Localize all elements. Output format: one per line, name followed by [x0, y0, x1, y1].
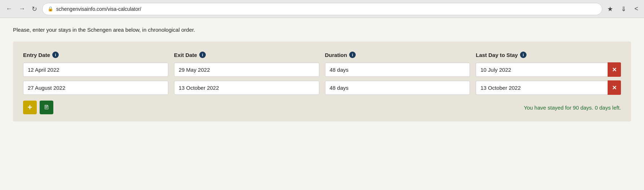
bookmark-button[interactable]: ★	[606, 4, 614, 14]
calculator-container: Entry Date i Exit Date i Duration i Last…	[13, 41, 631, 121]
entry-date-label: Entry Date	[23, 52, 50, 58]
exit-date-input-2[interactable]	[174, 81, 319, 95]
last-day-cell-2: ✕	[476, 80, 621, 95]
column-headers: Entry Date i Exit Date i Duration i Last…	[23, 52, 621, 58]
last-day-input-1[interactable]	[476, 63, 608, 77]
exit-date-input-1[interactable]	[174, 63, 319, 77]
reload-button[interactable]: ↻	[30, 4, 39, 14]
lock-icon: 🔒	[48, 6, 53, 12]
browser-chrome: ← → ↻ 🔒 schengenvisainfo.com/visa-calcul…	[0, 0, 644, 18]
duration-info-icon[interactable]: i	[349, 52, 356, 58]
page-content: Please, enter your stays in the Schengen…	[0, 18, 644, 130]
data-rows: ✕ ✕	[23, 62, 621, 95]
exit-date-header: Exit Date i	[174, 52, 319, 58]
browser-actions: ★ ⇓ <	[606, 4, 640, 14]
add-row-button[interactable]: +	[23, 101, 37, 114]
exit-date-info-icon[interactable]: i	[199, 52, 206, 58]
exit-date-label: Exit Date	[174, 52, 197, 58]
entry-date-info-icon[interactable]: i	[52, 52, 59, 58]
result-text: You have stayed for 90 days. 0 days left…	[524, 105, 621, 111]
table-row: ✕	[23, 80, 621, 95]
forward-button[interactable]: →	[17, 4, 27, 14]
intro-text: Please, enter your stays in the Schengen…	[13, 27, 631, 33]
calculate-button[interactable]: 🖹	[40, 101, 53, 114]
last-day-cell-1: ✕	[476, 62, 621, 77]
last-day-info-icon[interactable]: i	[520, 52, 527, 58]
table-row: ✕	[23, 62, 621, 77]
calculator-footer: + 🖹 You have stayed for 90 days. 0 days …	[23, 101, 621, 114]
url-text: schengenvisainfo.com/visa-calculator/	[56, 6, 597, 12]
action-buttons: + 🖹	[23, 101, 53, 114]
last-day-input-2[interactable]	[476, 81, 608, 95]
duration-label: Duration	[325, 52, 347, 58]
entry-date-header: Entry Date i	[23, 52, 168, 58]
address-bar[interactable]: 🔒 schengenvisainfo.com/visa-calculator/	[42, 3, 602, 15]
last-day-label: Last Day to Stay	[476, 52, 518, 58]
remove-row-1-button[interactable]: ✕	[608, 62, 621, 77]
download-button[interactable]: ⇓	[619, 4, 628, 14]
back-button[interactable]: ←	[4, 4, 14, 14]
duration-header: Duration i	[325, 52, 470, 58]
entry-date-input-1[interactable]	[23, 63, 168, 77]
share-button[interactable]: <	[633, 4, 640, 14]
duration-input-1[interactable]	[325, 63, 470, 77]
calculate-icon: 🖹	[44, 104, 49, 111]
duration-input-2[interactable]	[325, 81, 470, 95]
last-day-header: Last Day to Stay i	[476, 52, 621, 58]
entry-date-input-2[interactable]	[23, 81, 168, 95]
remove-row-2-button[interactable]: ✕	[608, 80, 621, 95]
